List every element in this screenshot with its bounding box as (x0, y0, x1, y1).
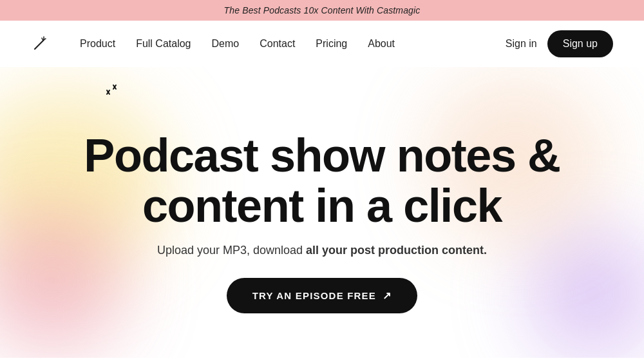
nav-item-contact[interactable]: Contact (260, 38, 295, 50)
wand-icon (31, 35, 49, 53)
nav-link-demo[interactable]: Demo (212, 38, 240, 49)
hero-title-line2: content in a click (142, 180, 502, 231)
nav-item-about[interactable]: About (368, 38, 395, 50)
hero-title-line1: Podcast show notes & (84, 130, 560, 181)
nav-item-pricing[interactable]: Pricing (316, 38, 347, 50)
top-banner: The Best Podcasts 10x Content With Castm… (0, 0, 644, 21)
cta-button[interactable]: TRY AN EPISODE FREE ↗ (227, 278, 417, 313)
sparkle-decoration-icon (100, 84, 120, 103)
nav-item-full-catalog[interactable]: Full Catalog (136, 38, 191, 50)
nav-item-product[interactable]: Product (80, 38, 115, 50)
nav-link-full-catalog[interactable]: Full Catalog (136, 38, 191, 49)
nav-link-pricing[interactable]: Pricing (316, 38, 347, 49)
svg-line-0 (35, 40, 44, 49)
navbar-right: Sign in Sign up (506, 30, 613, 57)
navbar-left: Product Full Catalog Demo Contact Pricin… (31, 35, 395, 53)
nav-item-demo[interactable]: Demo (212, 38, 240, 50)
hero-subtitle-bold: all your post production content. (306, 244, 487, 257)
hero-section: Podcast show notes & content in a click … (0, 67, 644, 358)
hero-title: Podcast show notes & content in a click (84, 131, 560, 231)
hero-subtitle-normal: Upload your MP3, download (157, 244, 306, 257)
cta-label: TRY AN EPISODE FREE (252, 290, 376, 301)
nav-link-contact[interactable]: Contact (260, 38, 295, 49)
nav-link-about[interactable]: About (368, 38, 395, 49)
logo[interactable] (31, 35, 49, 53)
banner-text: The Best Podcasts 10x Content With Castm… (224, 5, 421, 15)
navbar: Product Full Catalog Demo Contact Pricin… (0, 21, 644, 67)
sign-in-button[interactable]: Sign in (506, 38, 537, 50)
cta-arrow-icon: ↗ (383, 289, 392, 302)
hero-content: Podcast show notes & content in a click … (84, 131, 560, 314)
hero-subtitle: Upload your MP3, download all your post … (84, 244, 560, 257)
nav-link-product[interactable]: Product (80, 38, 115, 49)
nav-links: Product Full Catalog Demo Contact Pricin… (80, 38, 395, 50)
sign-up-button[interactable]: Sign up (547, 30, 613, 57)
